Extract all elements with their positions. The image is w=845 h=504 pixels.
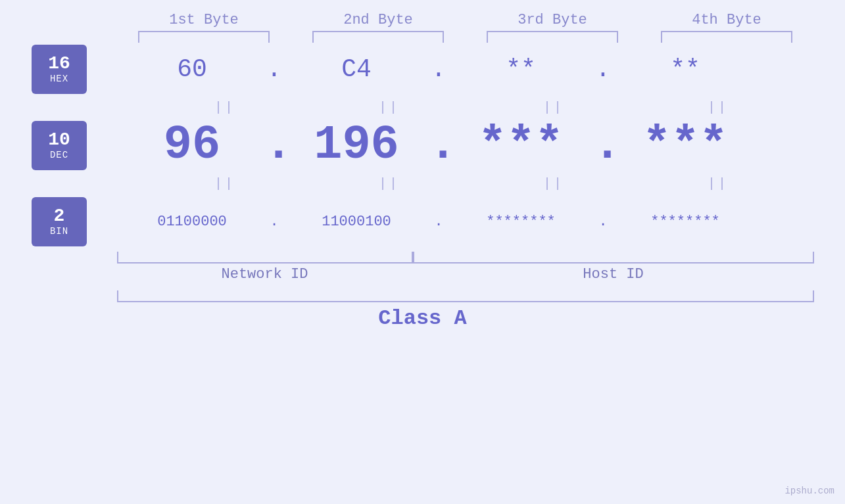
watermark: ipshu.com (785, 486, 834, 496)
dec-badge-label: DEC (50, 150, 68, 160)
bin-badge-label: BIN (50, 226, 68, 237)
class-label: Class A (378, 306, 466, 331)
hex-byte3: ** (448, 55, 593, 83)
eq2-b1: || (153, 176, 297, 191)
hex-badge-label: HEX (50, 74, 68, 84)
top-brackets (117, 31, 814, 43)
dec-byte1: 96 (120, 118, 264, 172)
dec-row: 10 DEC 96 . 196 . *** . *** (0, 119, 845, 172)
host-bracket (413, 252, 814, 263)
dec-values: 96 . 196 . *** . *** (120, 118, 845, 172)
hex-row: 16 HEX 60 . C4 . ** . ** (0, 43, 845, 95)
byte4-header: 4th Byte (654, 12, 799, 28)
eq2-b4: || (646, 176, 790, 191)
equals-area-2: || || || || (153, 176, 845, 191)
byte2-header: 2nd Byte (306, 12, 450, 28)
hex-dot2: . (429, 55, 448, 83)
byte-headers: 1st Byte 2nd Byte 3rd Byte 4th Byte (117, 12, 814, 28)
eq1-b4: || (646, 100, 790, 115)
eq1-b1: || (153, 100, 297, 115)
network-id-label: Network ID (117, 266, 413, 283)
bin-row: 2 BIN 01100000 . 11000100 . ******** . *… (0, 195, 845, 248)
dec-byte3: *** (448, 118, 593, 172)
dec-dot1: . (264, 118, 284, 172)
bin-values: 01100000 . 11000100 . ******** . *******… (120, 214, 845, 230)
bracket-byte1 (138, 31, 270, 43)
byte3-header: 3rd Byte (480, 12, 625, 28)
eq2-b2: || (317, 176, 462, 191)
dec-byte4: *** (613, 118, 758, 172)
hex-dot3: . (593, 55, 613, 83)
host-id-label: Host ID (413, 266, 814, 283)
bin-byte2: 11000100 (284, 214, 429, 230)
hex-byte4: ** (613, 55, 758, 83)
class-bracket (117, 290, 814, 302)
hex-badge: 16 HEX (32, 45, 87, 94)
bottom-brackets (117, 252, 814, 263)
bracket-byte2 (312, 31, 444, 43)
equals-row-1: || || || || (0, 95, 845, 119)
eq1-b2: || (317, 100, 462, 115)
dec-badge: 10 DEC (32, 121, 87, 170)
bin-byte1: 01100000 (120, 214, 264, 230)
hex-dot1: . (264, 55, 284, 83)
byte1-header: 1st Byte (132, 12, 276, 28)
bin-badge: 2 BIN (32, 197, 87, 246)
equals-row-2: || || || || (0, 172, 845, 195)
bin-dot3: . (593, 214, 613, 230)
bracket-byte4 (661, 31, 792, 43)
class-bracket-row (117, 290, 814, 302)
dec-badge-num: 10 (48, 130, 70, 150)
id-labels: Network ID Host ID (117, 266, 814, 283)
network-bracket (117, 252, 413, 263)
dec-dot3: . (593, 118, 613, 172)
main-container: 1st Byte 2nd Byte 3rd Byte 4th Byte 16 H… (0, 0, 845, 504)
hex-values: 60 . C4 . ** . ** (120, 55, 845, 83)
eq2-b3: || (481, 176, 626, 191)
eq1-b3: || (481, 100, 626, 115)
hex-badge-num: 16 (48, 54, 70, 74)
dec-dot2: . (429, 118, 448, 172)
bin-byte4: ******** (613, 214, 758, 230)
hex-byte1: 60 (120, 55, 264, 83)
bin-badge-num: 2 (54, 206, 65, 227)
bracket-byte3 (487, 31, 618, 43)
bin-dot2: . (429, 214, 448, 230)
hex-byte2: C4 (284, 55, 429, 83)
class-label-row: Class A (0, 306, 845, 331)
bin-dot1: . (264, 214, 284, 230)
dec-byte2: 196 (284, 118, 429, 172)
bin-byte3: ******** (448, 214, 593, 230)
equals-area-1: || || || || (153, 100, 845, 115)
